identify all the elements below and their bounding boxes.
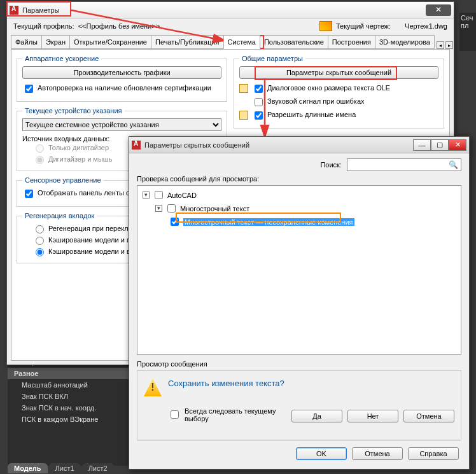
group-general: Общие параметры Параметры скрытых сообще… (234, 55, 444, 129)
tab-display[interactable]: Экран (41, 35, 70, 49)
profile-value: <<Профиль без имени>> (78, 22, 160, 30)
legend-pointing: Текущее устройство указания (22, 107, 125, 115)
tab-files[interactable]: Файлы (11, 35, 42, 49)
dwg-pref-icon (239, 84, 248, 93)
close-button[interactable]: ✕ (449, 139, 466, 151)
help-button[interactable]: Справка (408, 447, 459, 460)
search-input[interactable]: 🔍 (347, 158, 461, 171)
maximize-button[interactable]: ▢ (431, 139, 449, 151)
label-digitizer-mouse: Дигитайзер и мышь (48, 155, 112, 163)
preview-message: Сохранить изменения текста? (168, 379, 454, 388)
tree-label: Многострочный текст — несохраненные изме… (183, 218, 354, 226)
layout-tab-sheet1[interactable]: Лист1 (49, 463, 81, 473)
drawing-value: Чертеж1.dwg (405, 22, 447, 30)
search-icon: 🔍 (449, 160, 458, 169)
layout-tab-sheet2[interactable]: Лист2 (82, 463, 114, 473)
ole-text-label: Диалоговое окно размера текста OLE (267, 84, 390, 92)
autocad-icon (10, 6, 18, 15)
tab-drafting[interactable]: Построения (328, 35, 375, 49)
beep-checkbox[interactable] (255, 98, 263, 106)
autocheck-cert-checkbox[interactable] (25, 85, 33, 93)
always-follow-checkbox[interactable] (171, 410, 179, 419)
cancel-button[interactable]: Отмена (352, 447, 403, 460)
layout-tab-model[interactable]: Модель (8, 463, 48, 473)
longnames-label: Разрешить длинные имена (267, 111, 356, 118)
radio-regen-switch[interactable] (36, 225, 44, 234)
legend-touch: Сенсорное управление (22, 176, 104, 184)
tab-strip: Файлы Экран Открытие/Сохранение Печать/П… (7, 35, 454, 49)
tree-child[interactable]: ▾ Многострочный текст (140, 202, 458, 215)
tab-user[interactable]: Пользовательские (260, 35, 328, 49)
tab-3d[interactable]: 3D-моделирова (375, 35, 435, 49)
tab-plot[interactable]: Печать/Публикация (151, 35, 224, 49)
collapse-icon[interactable]: ▾ (155, 205, 162, 212)
dwg-pref-icon (239, 111, 248, 120)
tree-label: AutoCAD (167, 192, 197, 199)
message-tree[interactable]: ▾ AutoCAD ▾ Многострочный текст Многостр… (137, 185, 461, 355)
tab-open-save[interactable]: Открытие/Сохранение (69, 35, 151, 49)
tab-scroll-left[interactable]: ◂ (437, 41, 444, 49)
warning-icon: ! (144, 379, 162, 396)
list-label: Проверка сообщений для просмотра: (137, 175, 461, 183)
hidden-messages-button[interactable]: Параметры скрытых сообщений (239, 66, 438, 79)
legend-hw: Аппаратное ускорение (22, 55, 101, 62)
longnames-checkbox[interactable] (255, 111, 263, 120)
prop-row: Знак ПСК в нач. коорд. (8, 402, 135, 414)
minimize-button[interactable]: — (413, 139, 431, 151)
prop-row: Масштаб аннотаций (8, 379, 135, 391)
radio-digitizer-mouse (36, 156, 44, 164)
dialog-title: Параметры (22, 6, 426, 14)
close-button[interactable]: ✕ (426, 4, 451, 16)
dialog-title: Параметры скрытых сообщений (144, 141, 413, 149)
no-button[interactable]: Нет (347, 410, 398, 422)
ole-text-checkbox[interactable] (255, 85, 263, 93)
drawing-label: Текущий чертеж: (336, 22, 391, 30)
group-hw-accel: Аппаратное ускорение Производительность … (17, 55, 227, 102)
side-panel-fragment: Сеч пл (459, 13, 476, 51)
autocheck-cert-label: Автопроверка на наличие обновления серти… (38, 84, 211, 92)
autocad-icon (132, 141, 141, 150)
graphics-performance-button[interactable]: Производительность графики (22, 66, 221, 79)
yes-button[interactable]: Да (291, 410, 342, 422)
radio-cache-all[interactable] (36, 248, 44, 256)
cancel-button[interactable]: Отмена (403, 410, 454, 422)
radio-digitizer-only (36, 144, 44, 153)
tab-system[interactable]: Система (223, 35, 260, 49)
dwg-icon (319, 21, 332, 31)
legend-general: Общие параметры (239, 55, 305, 62)
beep-label: Звуковой сигнал при ошибках (267, 97, 365, 105)
profile-label: Текущий профиль: (13, 22, 74, 30)
prop-row: ПСК в каждом ВЭкране (8, 414, 135, 425)
search-label: Поиск: (320, 161, 342, 169)
always-follow-label: Всегда следовать текущему выбору (185, 407, 288, 422)
tree-root[interactable]: ▾ AutoCAD (140, 188, 458, 202)
prop-group-header[interactable]: Разное (8, 368, 135, 379)
tree-leaf-selected[interactable]: Многострочный текст — несохраненные изме… (140, 215, 458, 228)
touch-ribbon-checkbox[interactable] (25, 190, 33, 198)
ok-button[interactable]: OK (296, 447, 347, 460)
title-bar: Параметры ✕ (7, 2, 454, 18)
collapse-icon[interactable]: ▾ (143, 192, 150, 199)
preview-legend: Просмотр сообщения (137, 360, 461, 368)
legend-regen: Регенерация вкладок (22, 212, 97, 220)
tree-checkbox[interactable] (155, 191, 163, 199)
label-digitizer-only: Только дигитайзер (48, 144, 109, 151)
preview-box: ! Сохранить изменения текста? Всегда сле… (137, 370, 461, 440)
pointing-device-select[interactable]: Текущее системное устройство указания (22, 118, 221, 131)
prop-row: Знак ПСК ВКЛ (8, 391, 135, 402)
radio-cache-model[interactable] (36, 237, 44, 245)
title-bar: Параметры скрытых сообщений — ▢ ✕ (129, 137, 469, 153)
properties-panel: Ширина Разное Масштаб аннотаций Знак ПСК… (8, 354, 135, 466)
tree-checkbox[interactable] (167, 204, 176, 213)
tab-scroll-right[interactable]: ▸ (445, 41, 453, 49)
layout-tabs: Модель Лист1 Лист2 (8, 462, 115, 473)
hidden-messages-dialog: Параметры скрытых сообщений — ▢ ✕ Поиск:… (129, 136, 470, 470)
tree-checkbox[interactable] (171, 218, 179, 226)
tree-label: Многострочный текст (180, 205, 249, 213)
